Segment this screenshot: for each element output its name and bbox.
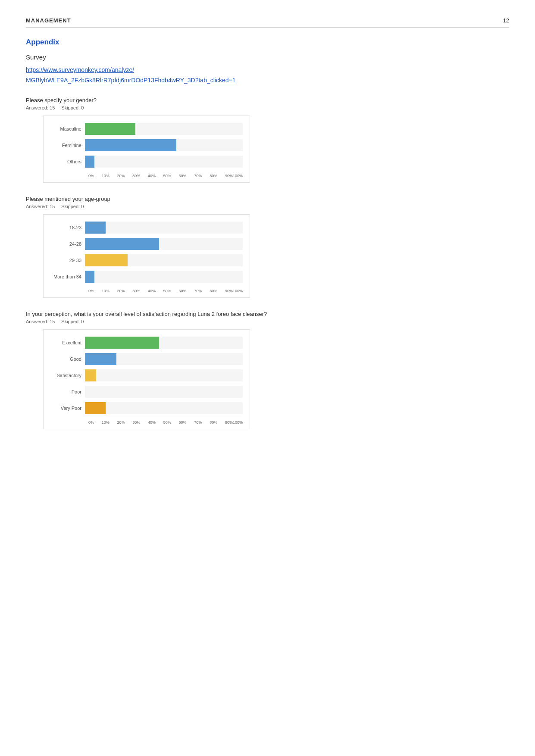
bar-fill bbox=[85, 139, 176, 151]
chart-question-gender: Please specify your gender? bbox=[26, 97, 509, 103]
bar-fill bbox=[85, 353, 116, 365]
x-axis: 0%10%20%30%40%50%60%70%80%90%100% bbox=[88, 289, 243, 293]
x-axis-label: 40% bbox=[148, 289, 156, 293]
chart-meta-satisfaction: Answered: 15 Skipped: 0 bbox=[26, 319, 509, 324]
x-axis-label: 50% bbox=[163, 289, 171, 293]
chart-section-satisfaction: In your perception, what is your overall… bbox=[26, 311, 509, 429]
bar-fill bbox=[85, 271, 94, 283]
bar-label: Excellent bbox=[50, 340, 85, 345]
bar-fill bbox=[85, 254, 128, 266]
bar-fill bbox=[85, 238, 159, 250]
x-axis-label: 30% bbox=[132, 174, 140, 178]
bar-label: Good bbox=[50, 356, 85, 362]
bar-fill bbox=[85, 123, 135, 135]
survey-label: Survey bbox=[26, 53, 509, 61]
chart-wrapper-satisfaction: ExcellentGoodSatisfactoryPoorVery Poor0%… bbox=[26, 329, 509, 429]
x-axis-label: 60% bbox=[179, 289, 187, 293]
bar-label: Masculine bbox=[50, 126, 85, 131]
bar-fill bbox=[85, 369, 96, 381]
x-axis-label: 60% bbox=[179, 420, 187, 425]
x-axis-label: 20% bbox=[117, 420, 125, 425]
x-axis-label: 70% bbox=[194, 420, 202, 425]
bar-fill bbox=[85, 337, 159, 349]
x-axis-label: 50% bbox=[163, 174, 171, 178]
x-axis-label: 90%100% bbox=[225, 289, 243, 293]
answered-label: Answered: 15 bbox=[26, 105, 55, 110]
chart-wrapper-gender: MasculineFeminineOthers0%10%20%30%40%50%… bbox=[26, 116, 509, 183]
bar-fill bbox=[85, 222, 106, 234]
x-axis-label: 80% bbox=[210, 174, 217, 178]
survey-link2[interactable]: MGBlyhWLE9A_2FzbGk8RlrR7pfdj6mrDOdP13Fhd… bbox=[26, 77, 235, 84]
page-header: MANAGEMENT 12 bbox=[26, 17, 509, 28]
x-axis-label: 90%100% bbox=[225, 420, 243, 425]
bar-row: Satisfactory bbox=[50, 369, 243, 381]
charts-container: Please specify your gender?Answered: 15 … bbox=[26, 97, 509, 429]
skipped-label: Skipped: 0 bbox=[60, 319, 84, 324]
bar-label: 29-33 bbox=[50, 258, 85, 263]
bar-track bbox=[85, 139, 243, 151]
chart-meta-age: Answered: 15 Skipped: 0 bbox=[26, 204, 509, 209]
header-label: MANAGEMENT bbox=[26, 17, 71, 24]
bar-row: Poor bbox=[50, 386, 243, 398]
bar-label: More than 34 bbox=[50, 274, 85, 279]
bar-label: Others bbox=[50, 159, 85, 164]
chart-question-age: Please mentioned your age-group bbox=[26, 196, 509, 202]
bar-row: Feminine bbox=[50, 139, 243, 151]
bar-track bbox=[85, 156, 243, 168]
bar-row: 24-28 bbox=[50, 238, 243, 250]
bar-chart-satisfaction: ExcellentGoodSatisfactoryPoorVery Poor0%… bbox=[43, 329, 250, 429]
chart-question-satisfaction: In your perception, what is your overall… bbox=[26, 311, 509, 317]
answered-label: Answered: 15 bbox=[26, 204, 55, 209]
x-axis-label: 80% bbox=[210, 289, 217, 293]
x-axis-label: 40% bbox=[148, 174, 156, 178]
x-axis-label: 90%100% bbox=[225, 174, 243, 178]
bar-track bbox=[85, 353, 243, 365]
bar-track bbox=[85, 369, 243, 381]
x-axis-label: 10% bbox=[102, 174, 110, 178]
survey-link1[interactable]: https://www.surveymonkey.com/analyze/ bbox=[26, 66, 134, 73]
x-axis-label: 20% bbox=[117, 174, 125, 178]
bar-track bbox=[85, 337, 243, 349]
x-axis-label: 30% bbox=[132, 420, 140, 425]
x-axis-label: 10% bbox=[102, 420, 110, 425]
x-axis: 0%10%20%30%40%50%60%70%80%90%100% bbox=[88, 420, 243, 425]
bar-chart-gender: MasculineFeminineOthers0%10%20%30%40%50%… bbox=[43, 116, 250, 183]
bar-track bbox=[85, 123, 243, 135]
bar-track bbox=[85, 402, 243, 414]
x-axis-label: 40% bbox=[148, 420, 156, 425]
bar-track bbox=[85, 254, 243, 266]
skipped-label: Skipped: 0 bbox=[60, 105, 84, 110]
bar-track bbox=[85, 386, 243, 398]
bar-row: 29-33 bbox=[50, 254, 243, 266]
x-axis-label: 50% bbox=[163, 420, 171, 425]
bar-label: 18-23 bbox=[50, 225, 85, 230]
bar-track bbox=[85, 271, 243, 283]
bar-label: Poor bbox=[50, 389, 85, 394]
answered-label: Answered: 15 bbox=[26, 319, 55, 324]
x-axis-label: 10% bbox=[102, 289, 110, 293]
bar-row: Others bbox=[50, 156, 243, 168]
bar-track bbox=[85, 222, 243, 234]
x-axis-label: 0% bbox=[88, 420, 94, 425]
bar-row: 18-23 bbox=[50, 222, 243, 234]
bar-label: Feminine bbox=[50, 143, 85, 148]
bar-chart-age: 18-2324-2829-33More than 340%10%20%30%40… bbox=[43, 214, 250, 298]
x-axis-label: 70% bbox=[194, 174, 202, 178]
link1-block: https://www.surveymonkey.com/analyze/ bbox=[26, 66, 509, 74]
chart-section-age: Please mentioned your age-groupAnswered:… bbox=[26, 196, 509, 298]
x-axis-label: 30% bbox=[132, 289, 140, 293]
chart-meta-gender: Answered: 15 Skipped: 0 bbox=[26, 105, 509, 110]
bar-row: Very Poor bbox=[50, 402, 243, 414]
bar-fill bbox=[85, 156, 94, 168]
bar-label: 24-28 bbox=[50, 241, 85, 247]
skipped-label: Skipped: 0 bbox=[60, 204, 84, 209]
bar-label: Satisfactory bbox=[50, 373, 85, 378]
x-axis-label: 70% bbox=[194, 289, 202, 293]
x-axis-label: 60% bbox=[179, 174, 187, 178]
page-number: 12 bbox=[503, 17, 509, 24]
chart-wrapper-age: 18-2324-2829-33More than 340%10%20%30%40… bbox=[26, 214, 509, 298]
x-axis-label: 0% bbox=[88, 174, 94, 178]
x-axis-label: 20% bbox=[117, 289, 125, 293]
bar-row: More than 34 bbox=[50, 271, 243, 283]
x-axis-label: 0% bbox=[88, 289, 94, 293]
